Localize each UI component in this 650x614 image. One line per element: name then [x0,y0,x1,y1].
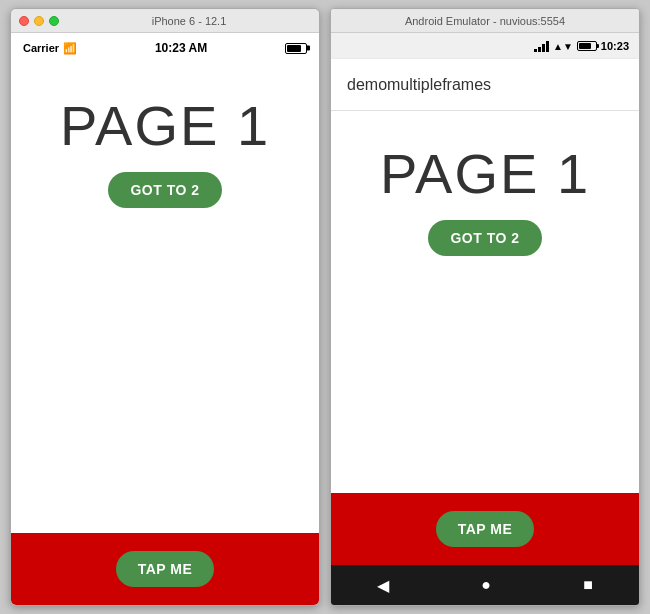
ios-bottom-bar: TAP ME [11,533,319,605]
android-status-bar: ▲▼ 10:23 [331,33,639,59]
ios-main-content: PAGE 1 GOT TO 2 [11,63,319,533]
ios-status-bar: Carrier 📶 10:23 AM [11,33,319,63]
maximize-button[interactable] [49,16,59,26]
ios-title-bar: iPhone 6 - 12.1 [11,9,319,33]
lte-icon: ▲▼ [553,41,573,52]
android-title-bar: Android Emulator - nuvious:5554 [331,9,639,33]
ios-phone-frame: Carrier 📶 10:23 AM PAGE 1 GOT TO 2 TAP M… [11,33,319,605]
close-button[interactable] [19,16,29,26]
signal-icon [534,40,549,52]
android-nav-bar: ◀ ● ■ [331,565,639,605]
desktop: iPhone 6 - 12.1 Carrier 📶 10:23 AM PAGE [0,0,650,614]
ios-status-left: Carrier 📶 [23,42,77,55]
android-status-right: ▲▼ 10:23 [534,40,629,52]
ios-page-title: PAGE 1 [60,93,270,158]
android-main-content: PAGE 1 GOT TO 2 [331,111,639,493]
android-window-title: Android Emulator - nuvious:5554 [405,15,565,27]
traffic-lights [19,16,59,26]
ios-battery-icon [285,43,307,54]
ios-tap-button[interactable]: TAP ME [116,551,215,587]
home-nav-icon[interactable]: ● [481,576,491,594]
minimize-button[interactable] [34,16,44,26]
ios-status-right [285,43,307,54]
android-time: 10:23 [601,40,629,52]
ios-goto-button[interactable]: GOT TO 2 [108,172,221,208]
android-goto-button[interactable]: GOT TO 2 [428,220,541,256]
ios-window-title: iPhone 6 - 12.1 [67,15,311,27]
wifi-icon: 📶 [63,42,77,55]
ios-simulator: iPhone 6 - 12.1 Carrier 📶 10:23 AM PAGE [10,8,320,606]
ios-time: 10:23 AM [155,41,207,55]
android-page-title: PAGE 1 [380,141,590,206]
android-app-bar: demomultipleframes [331,59,639,111]
back-nav-icon[interactable]: ◀ [377,576,389,595]
android-emulator: Android Emulator - nuvious:5554 ▲▼ 10:23… [330,8,640,606]
recent-nav-icon[interactable]: ■ [583,576,593,594]
android-bottom-bar: TAP ME [331,493,639,565]
android-battery-icon [577,41,597,51]
carrier-label: Carrier [23,42,59,54]
android-tap-button[interactable]: TAP ME [436,511,535,547]
android-app-title: demomultipleframes [347,76,491,94]
